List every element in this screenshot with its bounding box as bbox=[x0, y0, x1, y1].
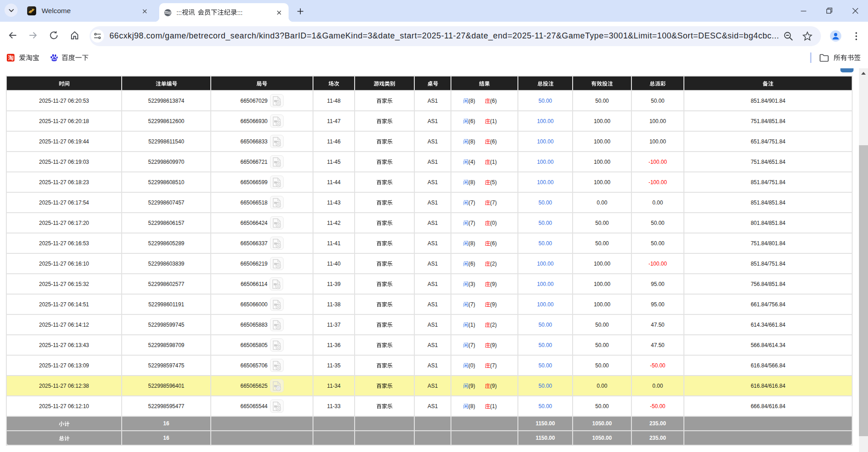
svg-text:du: du bbox=[52, 58, 56, 61]
